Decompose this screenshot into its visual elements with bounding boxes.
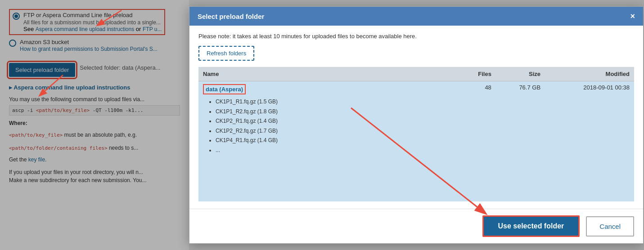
folder-name-link[interactable]: data (Aspera) xyxy=(203,84,246,94)
list-item: ... xyxy=(216,146,455,156)
table-header-row: Name Files Size Modified xyxy=(198,67,634,81)
list-item: CK1P1_R2.fq.gz (1.8 GB) xyxy=(216,107,455,117)
col-size: Size xyxy=(496,67,545,81)
modal-body: Please note: it takes at least 10 minute… xyxy=(189,26,643,209)
list-item: CK1P4_R1.fq.gz (1.4 GB) xyxy=(216,136,455,146)
list-item: CK1P1_R1.fq.gz (1.5 GB) xyxy=(216,97,455,107)
cancel-button[interactable]: Cancel xyxy=(586,216,634,237)
modal-notice: Please note: it takes at least 10 minute… xyxy=(198,33,634,40)
col-name: Name xyxy=(198,67,460,81)
use-selected-folder-button[interactable]: Use selected folder xyxy=(482,215,580,237)
list-item: CK1P2_R1.fq.gz (1.4 GB) xyxy=(216,116,455,126)
table-row[interactable]: data (Aspera) CK1P1_R1.fq.gz (1.5 GB) CK… xyxy=(198,81,634,202)
modal-footer: Use selected folder Cancel xyxy=(189,209,643,243)
folder-files: 48 xyxy=(460,81,496,202)
file-list: CK1P1_R1.fq.gz (1.5 GB) CK1P1_R2.fq.gz (… xyxy=(203,97,455,156)
folder-size: 76.7 GB xyxy=(496,81,545,202)
folder-table: Name Files Size Modified data (Aspera) C… xyxy=(198,67,634,201)
folder-name-cell: data (Aspera) CK1P1_R1.fq.gz (1.5 GB) CK… xyxy=(198,81,460,202)
modal-title: Select preload folder xyxy=(198,13,264,20)
col-files: Files xyxy=(460,67,496,81)
col-modified: Modified xyxy=(545,67,634,81)
modal-dialog: Select preload folder × Please note: it … xyxy=(189,6,644,244)
modal-close-button[interactable]: × xyxy=(630,12,635,20)
folder-modified: 2018-09-01 00:38 xyxy=(545,81,634,202)
refresh-folders-button[interactable]: Refresh folders xyxy=(198,46,254,61)
modal-header: Select preload folder × xyxy=(189,7,643,26)
list-item: CK1P2_R2.fq.gz (1.7 GB) xyxy=(216,126,455,136)
